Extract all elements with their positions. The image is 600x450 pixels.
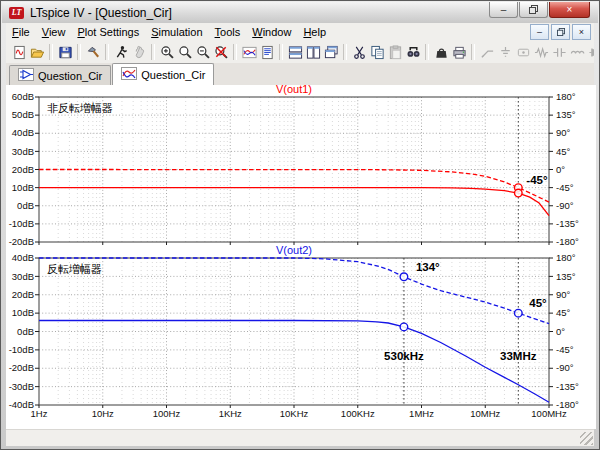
cursor-marker[interactable] [515, 189, 523, 197]
resistor-icon [534, 45, 549, 60]
run-icon [114, 45, 129, 60]
annotation: 33MHz [500, 350, 537, 362]
waveform-viewer-panel[interactable]: 60dB50dB40dB30dB20dB10dB0dB-10dB-20dB180… [6, 85, 596, 429]
annotation: 134° [416, 261, 440, 273]
waveform-icon [121, 67, 137, 82]
x-axis-tick: 1MHz [409, 408, 434, 419]
cursor-marker[interactable] [400, 273, 408, 281]
toolbar-separator [343, 44, 347, 60]
cascade-button[interactable] [322, 43, 340, 62]
halt-icon [132, 45, 147, 60]
autorange-button[interactable] [240, 43, 258, 62]
restore-icon [557, 28, 565, 36]
find-icon [406, 45, 421, 60]
x-axis-tick: 10Hz [92, 408, 114, 419]
zoom-undo-icon [214, 45, 229, 60]
x-axis-tick: 10KHz [280, 408, 309, 419]
tile-horizontal-icon [288, 45, 303, 60]
new-schematic-button[interactable] [10, 43, 28, 62]
x-axis-tick: 100MHz [531, 408, 567, 419]
capacitor-button [550, 43, 568, 62]
y-left-tick: -20dB [9, 236, 34, 247]
menu-item-help[interactable]: Help [297, 24, 332, 40]
ltspice-logo-icon: LT [9, 7, 24, 19]
mdi-restore-button[interactable] [551, 24, 570, 40]
netlist-button[interactable] [258, 43, 276, 62]
menu-item-file[interactable]: File [6, 24, 36, 40]
toolbar-separator [77, 44, 81, 60]
x-axis-tick: 100Hz [153, 408, 181, 419]
menu-item-simulation[interactable]: Simulation [145, 24, 208, 40]
restore-icon [529, 5, 538, 14]
y-left-tick: -10dB [9, 344, 34, 355]
y-right-tick: 45° [556, 307, 571, 318]
minimize-button[interactable]: – [489, 2, 518, 18]
new-schematic-icon [12, 45, 27, 60]
y-right-tick: -90° [556, 200, 574, 211]
tile-vertical-icon [306, 45, 321, 60]
netlist-icon [260, 45, 275, 60]
zoom-in-button[interactable] [158, 43, 176, 62]
toolbar-separator [151, 44, 155, 60]
y-right-tick: 135° [556, 271, 576, 282]
open-folder-icon [30, 45, 45, 60]
pane-V(out2)[interactable]: 40dB30dB20dB10dB0dB-10dB-20dB-30dB-40dB1… [9, 244, 579, 410]
tab-waveform-question-cir[interactable]: Question_Cir [112, 63, 214, 85]
pane-V(out1)[interactable]: 60dB50dB40dB30dB20dB10dB0dB-10dB-20dB180… [9, 85, 579, 247]
y-right-tick: -180° [556, 236, 579, 247]
net-label-icon [516, 45, 531, 60]
menu-item-window[interactable]: Window [246, 24, 297, 40]
print-button[interactable] [450, 43, 468, 62]
menu-bar: FileViewPlot SettingsSimulationToolsWind… [6, 23, 594, 41]
open-folder-button[interactable] [28, 43, 46, 62]
zoom-out-button[interactable] [194, 43, 212, 62]
mdi-close-button[interactable]: × [572, 24, 591, 40]
toolbar-separator [279, 44, 283, 60]
cursor-marker[interactable] [515, 309, 523, 317]
save-icon [58, 45, 73, 60]
toolbar-separator [471, 44, 475, 60]
menu-item-view[interactable]: View [36, 24, 72, 40]
cursor-marker[interactable] [400, 323, 408, 331]
tile-vertical-button[interactable] [304, 43, 322, 62]
y-left-tick: 0dB [17, 200, 34, 211]
y-left-tick: 50dB [12, 109, 34, 120]
close-button[interactable]: × [549, 2, 590, 18]
y-left-tick: 40dB [12, 252, 34, 263]
copy-button[interactable] [368, 43, 386, 62]
y-right-tick: 0° [556, 326, 565, 337]
resize-grip[interactable] [580, 432, 593, 445]
diode-icon [588, 45, 595, 60]
pane-title: V(out1) [276, 85, 312, 95]
control-panel-button[interactable] [84, 43, 102, 62]
menu-item-tools[interactable]: Tools [209, 24, 247, 40]
y-right-tick: 180° [556, 91, 576, 102]
save-button[interactable] [56, 43, 74, 62]
zoom-in-icon [160, 45, 175, 60]
tile-horizontal-button[interactable] [286, 43, 304, 62]
y-right-tick: 90° [556, 289, 571, 300]
annotation: 45° [529, 297, 547, 309]
window-title: LTspice IV - [Question_Cir] [30, 6, 172, 20]
print-preview-button[interactable] [432, 43, 450, 62]
cut-button[interactable] [350, 43, 368, 62]
ground-button [496, 43, 514, 62]
menu-item-plot-settings[interactable]: Plot Settings [71, 24, 145, 40]
capacitor-icon [552, 45, 567, 60]
find-button[interactable] [404, 43, 422, 62]
restore-button[interactable] [519, 2, 548, 18]
title-bar[interactable]: LT LTspice IV - [Question_Cir] – × [2, 2, 598, 23]
trace-magnitude[interactable] [39, 188, 549, 216]
toolbar-separator [105, 44, 109, 60]
bode-plot[interactable]: 60dB50dB40dB30dB20dB10dB0dB-10dB-20dB180… [6, 85, 596, 429]
minimize-icon: – [501, 5, 507, 15]
run-button[interactable] [112, 43, 130, 62]
zoom-extents-button[interactable] [176, 43, 194, 62]
toolbar-separator [49, 44, 53, 60]
mdi-minimize-button[interactable]: – [530, 24, 549, 40]
y-right-tick: 135° [556, 109, 576, 120]
tab-bar: Question_Cir Question_Cir [6, 63, 594, 85]
tab-schematic-question-cir[interactable]: Question_Cir [9, 65, 111, 85]
zoom-undo-button[interactable] [212, 43, 230, 62]
annotation: 530kHz [384, 350, 424, 362]
